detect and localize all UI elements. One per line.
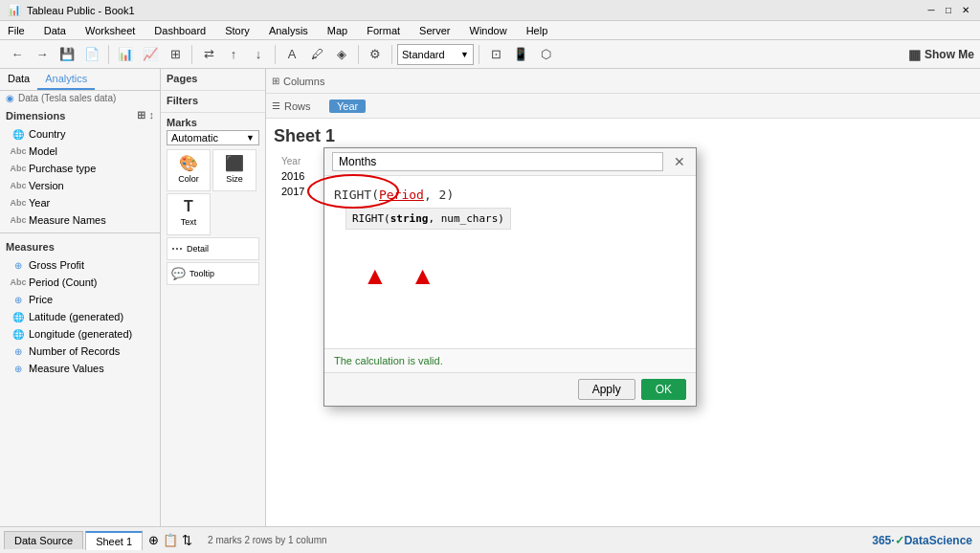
meas-price[interactable]: ⊕ Price (0, 291, 160, 308)
marks-type-dropdown[interactable]: Automatic ▼ (167, 130, 259, 145)
marks-text-btn[interactable]: T Text (167, 193, 211, 235)
center-panel: ⊞ Columns ☰ Rows Year Sheet 1 Year 2016 (266, 69, 980, 526)
meas-latitude[interactable]: 🌐 Latitude (generated) (0, 308, 160, 325)
close-button[interactable]: ✕ (959, 4, 972, 17)
plus-icon-rec: ⊕ (11, 344, 25, 358)
show-me-button[interactable]: ▦ Show Me (908, 47, 974, 62)
marks-size-label: Size (226, 174, 243, 184)
dim-country-label: Country (29, 128, 66, 140)
rows-label: ☰ Rows (272, 100, 329, 112)
toolbar-highlight[interactable]: 🖊 (305, 43, 328, 66)
menu-analysis[interactable]: Analysis (265, 23, 312, 38)
meas-longitude[interactable]: 🌐 Longitude (generated) (0, 325, 160, 343)
toolbar-chart[interactable]: 📈 (139, 43, 162, 66)
dim-purchase-label: Purchase type (29, 163, 96, 174)
dim-year[interactable]: Abc Year (0, 194, 160, 211)
toolbar-fit[interactable]: ⊡ (484, 43, 507, 66)
dim-country[interactable]: 🌐 Country (0, 125, 160, 143)
abc-icon-purchase: Abc (11, 162, 25, 175)
detail-icon: ⋯ (171, 242, 183, 255)
dialog-title-input[interactable] (332, 152, 663, 171)
brand-label: 365·✓DataScience (864, 534, 980, 547)
divider1 (0, 232, 160, 233)
menu-story[interactable]: Story (221, 23, 254, 38)
marks-text-label: Text (181, 217, 197, 227)
maximize-button[interactable]: □ (942, 4, 955, 17)
minimize-button[interactable]: ─ (924, 4, 938, 17)
title-bar: 📊 Tableau Public - Book1 ─ □ ✕ (0, 0, 980, 21)
formula-period-param: Period (379, 188, 424, 202)
year-pill[interactable]: Year (329, 100, 366, 113)
sort-icon[interactable]: ↕ (149, 109, 155, 122)
dim-version[interactable]: Abc Version (0, 177, 160, 194)
sep1 (108, 45, 109, 64)
sheet-menu-icon[interactable]: 📋 (163, 533, 178, 547)
marks-color-btn[interactable]: 🎨 Color (167, 149, 211, 191)
toolbar-fix[interactable]: ⚙ (364, 43, 387, 66)
toolbar-swap[interactable]: ⇄ (197, 43, 220, 66)
apply-button[interactable]: Apply (578, 379, 635, 400)
sep4 (358, 45, 359, 64)
menu-data[interactable]: Data (40, 23, 70, 38)
meas-measure-values[interactable]: ⊕ Measure Values (0, 360, 160, 377)
marks-color-label: Color (178, 174, 199, 184)
ok-button[interactable]: OK (641, 379, 686, 400)
toolbar-sort-asc[interactable]: ↑ (222, 43, 245, 66)
validation-status: The calculation is valid. (334, 355, 443, 366)
formula-hint-line: RIGHT(string, num_chars) (334, 208, 686, 231)
toolbar-label[interactable]: A (280, 43, 303, 66)
menu-format[interactable]: Format (363, 23, 404, 38)
toolbar-sort-desc[interactable]: ↓ (247, 43, 270, 66)
toolbar-tooltip[interactable]: ◈ (330, 43, 353, 66)
toolbar-new[interactable]: 📄 (80, 43, 103, 66)
toolbar-share[interactable]: ⬡ (534, 43, 557, 66)
measures-header: Measures (0, 237, 160, 256)
marks-size-btn[interactable]: ⬛ Size (212, 149, 256, 191)
dim-purchase-type[interactable]: Abc Purchase type (0, 160, 160, 177)
sheet1-tab[interactable]: Sheet 1 (85, 531, 143, 550)
panel-tabs: Data Analytics (0, 69, 160, 91)
show-me-icon: ▦ (908, 47, 921, 62)
menu-help[interactable]: Help (523, 23, 552, 38)
marks-detail-btn[interactable]: ⋯ Detail (167, 237, 259, 260)
dim-model[interactable]: Abc Model (0, 143, 160, 160)
toolbar-table[interactable]: ⊞ (164, 43, 187, 66)
toolbar-forward[interactable]: → (31, 43, 54, 66)
toolbar-device[interactable]: 📱 (509, 43, 532, 66)
dialog-close-button[interactable]: ✕ (671, 153, 688, 170)
menu-server[interactable]: Server (415, 23, 454, 38)
meas-period-label: Period (Count) (29, 276, 98, 288)
standard-dropdown[interactable]: Standard ▼ (397, 44, 474, 65)
dim-measure-names-label: Measure Names (29, 214, 106, 226)
menu-map[interactable]: Map (323, 23, 351, 38)
datasource-tab[interactable]: Data Source (4, 531, 83, 549)
calculated-field-dialog[interactable]: ✕ RIGHT(Period, 2) RIGHT(string, num_cha… (323, 147, 697, 407)
sheet-nav-icon[interactable]: ⇅ (182, 533, 192, 547)
datasource-item[interactable]: ◉ Data (Tesla sales data) (0, 91, 160, 105)
menu-worksheet[interactable]: Worksheet (81, 23, 139, 38)
toolbar-save[interactable]: 💾 (56, 43, 78, 66)
menu-file[interactable]: File (4, 23, 29, 38)
window-title: Tableau Public - Book1 (27, 5, 924, 16)
tab-data[interactable]: Data (0, 69, 37, 90)
formula-editor[interactable]: RIGHT(Period, 2) RIGHT(string, num_chars… (334, 186, 686, 230)
rows-shelf: ☰ Rows Year (266, 94, 980, 119)
new-sheet-icon[interactable]: ⊕ (148, 533, 159, 547)
formula-line1: RIGHT(Period, 2) (334, 186, 686, 206)
menu-window[interactable]: Window (466, 23, 511, 38)
datasource-name: Data (Tesla sales data) (18, 93, 116, 103)
menu-dashboard[interactable]: Dashboard (150, 23, 210, 38)
rows-text: Rows (284, 100, 311, 112)
tab-analytics[interactable]: Analytics (37, 69, 95, 90)
meas-gross-profit[interactable]: ⊕ Gross Profit (0, 256, 160, 274)
marks-section: Marks Automatic ▼ 🎨 Color ⬛ Size T Text (161, 113, 265, 289)
marks-tooltip-btn[interactable]: 💬 Tooltip (167, 262, 259, 285)
meas-records[interactable]: ⊕ Number of Records (0, 343, 160, 360)
dim-measure-names[interactable]: Abc Measure Names (0, 211, 160, 229)
meas-period[interactable]: Abc Period (Count) (0, 274, 160, 291)
toolbar-back[interactable]: ← (6, 43, 29, 66)
dim-year-label: Year (29, 197, 50, 209)
toolbar-bar[interactable]: 📊 (114, 43, 137, 66)
columns-shelf: ⊞ Columns (266, 69, 980, 94)
grid-icon[interactable]: ⊞ (137, 109, 145, 122)
